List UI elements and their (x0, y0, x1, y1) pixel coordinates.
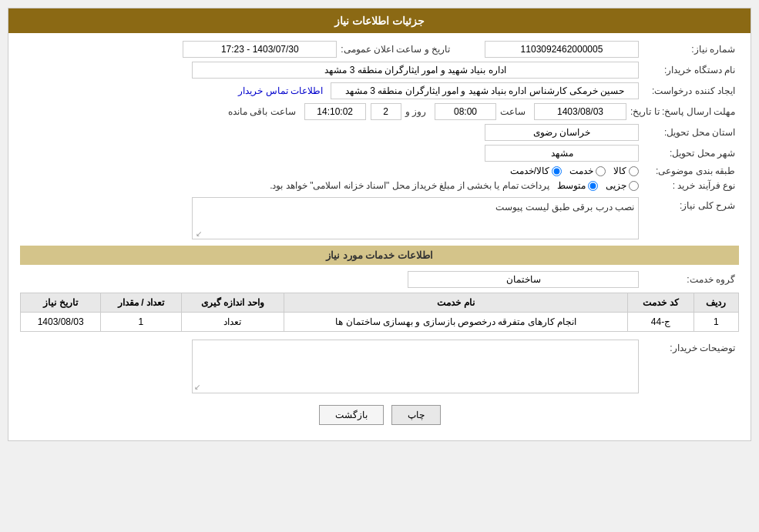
ostan-label: استان محل تحویل: (643, 127, 735, 138)
group-row: گروه خدمت: ساختمان (20, 271, 739, 288)
col-tedad: تعداد / مقدار (101, 293, 181, 313)
back-button[interactable]: بازگشت (319, 405, 384, 425)
shahr-value: مشهد (485, 145, 639, 162)
tarikh-value: 1403/07/30 - 17:23 (183, 41, 337, 58)
mohlat-baqi-label: ساعت باقی مانده (228, 106, 296, 117)
group-label: گروه خدمت: (643, 274, 735, 285)
cell-tarikh: 1403/08/03 (21, 313, 101, 332)
sharh-label: شرح کلی نیاز: (643, 200, 735, 211)
page-header: جزئیات اطلاعات نیاز (8, 8, 751, 33)
tarikh-label: تاریخ و ساعت اعلان عمومی: (341, 44, 450, 55)
ijad-value: حسین خرمکی کارشناس اداره بنیاد شهید و ام… (331, 82, 639, 99)
print-button[interactable]: چاپ (391, 405, 441, 425)
shomara-label: شماره نیاز: (643, 44, 735, 55)
tabaqe-khadamat-item: خدمت (569, 166, 606, 176)
ijad-row: ایجاد کننده درخواست: حسین خرمکی کارشناس … (20, 82, 739, 99)
tabaqe-kala-label: کالا (613, 166, 626, 176)
ostan-row: استان محل تحویل: خراسان رضوی (20, 124, 739, 141)
tabaqe-kala-khadamat-radio[interactable] (552, 166, 562, 176)
cell-radif: 1 (694, 313, 738, 332)
col-radif: ردیف (694, 293, 738, 313)
farayand-motevaset-radio[interactable] (588, 181, 598, 191)
ijad-label: ایجاد کننده درخواست: (643, 85, 735, 96)
dastgah-label: نام دستگاه خریدار: (643, 65, 735, 75)
farayand-jozvi-radio[interactable] (629, 181, 639, 191)
buyer-note-row: توضیحات خریدار: ↙ (20, 340, 739, 393)
header-title: جزئیات اطلاعات نیاز (334, 15, 425, 27)
farayand-motevaset-item: متوسط (557, 180, 598, 191)
service-section-header: اطلاعات خدمات مورد نیاز (20, 246, 739, 265)
tabaqe-kala-radio[interactable] (629, 166, 639, 176)
mohlat-saat-value: 08:00 (435, 103, 496, 120)
farayand-label: نوع فرآیند خرید : (643, 180, 735, 191)
farayand-motevaset-label: متوسط (557, 180, 586, 191)
sharh-box: نصب درب برقی طبق لیست پیوست ↙ (192, 197, 639, 239)
farayand-note: پرداخت تمام یا بخشی از مبلغ خریداز محل "… (270, 180, 549, 191)
cell-tedad: 1 (101, 313, 181, 332)
sharh-row: شرح کلی نیاز: نصب درب برقی طبق لیست پیوس… (20, 197, 739, 239)
ittela-tamas-link[interactable]: اطلاعات تماس خریدار (238, 85, 323, 96)
table-header-row: ردیف کد خدمت نام خدمت واحد اندازه گیری ت… (21, 293, 739, 313)
buyer-note-resize: ↙ (194, 383, 200, 391)
farayand-jozvi-item: جزیی (606, 180, 639, 191)
dastgah-value: اداره بنیاد شهید و امور ایثارگران منطقه … (192, 62, 639, 79)
ostan-value: خراسان رضوی (485, 124, 639, 141)
farayand-radio-group: جزیی متوسط (557, 180, 639, 191)
shahr-label: شهر محل تحویل: (643, 148, 735, 159)
tabaqe-kala-khadamat-item: کالا/خدمت (510, 166, 562, 176)
cell-vahed: تعداد (181, 313, 284, 332)
col-kod: کد خدمت (628, 293, 694, 313)
table-row: 1ج-44انجام کارهای متفرقه درخصوص بازسازی … (21, 313, 739, 332)
tabaqe-kala-item: کالا (613, 166, 639, 176)
buyer-note-label: توضیحات خریدار: (643, 343, 735, 353)
farayand-jozvi-label: جزیی (606, 180, 626, 191)
tabaqe-label: طبقه بندی موضوعی: (643, 166, 735, 176)
shomara-row: شماره نیاز: 1103092462000005 تاریخ و ساع… (20, 41, 739, 58)
mohlat-rooz-value: 2 (371, 103, 401, 120)
service-table: ردیف کد خدمت نام خدمت واحد اندازه گیری ت… (20, 293, 739, 332)
buttons-row: چاپ بازگشت (20, 397, 739, 433)
sharh-text: نصب درب برقی طبق لیست پیوست (196, 202, 634, 212)
service-section-label: اطلاعات خدمات مورد نیاز (326, 249, 433, 261)
col-tarikh: تاریخ نیاز (21, 293, 101, 313)
tabaqe-kala-khadamat-label: کالا/خدمت (510, 166, 549, 176)
shahr-row: شهر محل تحویل: مشهد (20, 145, 739, 162)
cell-name: انجام کارهای متفرقه درخصوص بازسازی و بهس… (284, 313, 628, 332)
mohlat-time-value: 14:10:02 (304, 103, 366, 120)
mohlat-row: مهلت ارسال پاسخ: تا تاریخ: 1403/08/03 سا… (20, 103, 739, 120)
col-name: نام خدمت (284, 293, 628, 313)
mohlat-date-value: 1403/08/03 (534, 103, 626, 120)
col-vahed: واحد اندازه گیری (181, 293, 284, 313)
resize-handle: ↙ (194, 229, 202, 237)
group-value: ساختمان (408, 271, 639, 288)
tabaqe-row: طبقه بندی موضوعی: کالا خدمت کالا/خدمت (20, 166, 739, 176)
mohlat-label: مهلت ارسال پاسخ: تا تاریخ: (630, 106, 735, 117)
mohlat-saat-label: ساعت (500, 106, 526, 117)
farayand-row: نوع فرآیند خرید : جزیی متوسط پرداخت تمام… (20, 180, 739, 191)
buyer-note-box: ↙ (192, 340, 639, 393)
mohlat-rooz-label: روز و (405, 106, 426, 117)
dastgah-row: نام دستگاه خریدار: اداره بنیاد شهید و ام… (20, 62, 739, 79)
tabaqe-khadamat-radio[interactable] (596, 166, 606, 176)
cell-kod: ج-44 (628, 313, 694, 332)
tabaqe-radio-group: کالا خدمت کالا/خدمت (510, 166, 639, 176)
shomara-value: 1103092462000005 (485, 41, 639, 58)
tabaqe-khadamat-label: خدمت (569, 166, 593, 176)
